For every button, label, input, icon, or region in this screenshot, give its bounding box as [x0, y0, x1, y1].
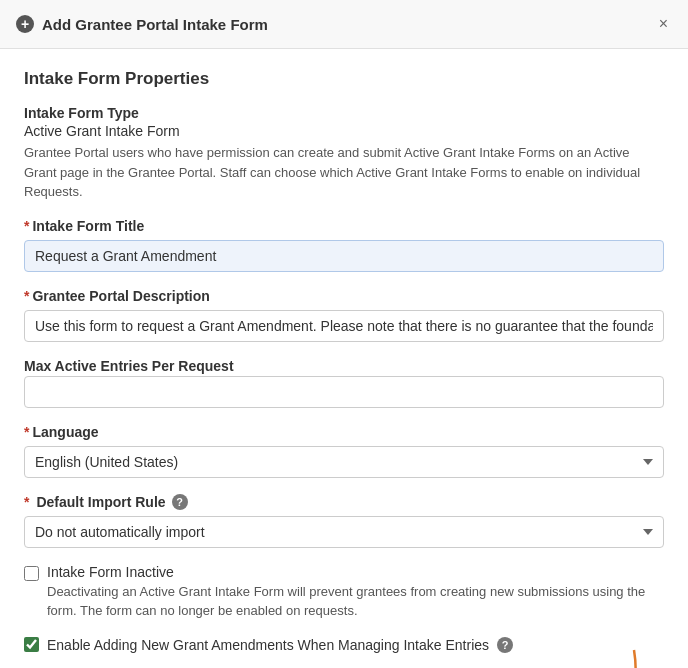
- required-star-import: *: [24, 494, 29, 510]
- required-star-title: *: [24, 218, 29, 234]
- max-active-entries-input[interactable]: [24, 376, 664, 408]
- required-star-language: *: [24, 424, 29, 440]
- language-label: * Language: [24, 424, 664, 440]
- intake-form-type-value: Active Grant Intake Form: [24, 123, 664, 139]
- modal-body: Intake Form Properties Intake Form Type …: [0, 49, 688, 668]
- enable-adding-help-icon[interactable]: ?: [497, 637, 513, 653]
- modal: + Add Grantee Portal Intake Form × Intak…: [0, 0, 688, 668]
- intake-form-inactive-checkbox[interactable]: [24, 566, 39, 581]
- intake-form-inactive-desc: Deactivating an Active Grant Intake Form…: [47, 582, 664, 621]
- enable-adding-checkbox[interactable]: [24, 637, 39, 652]
- grantee-portal-desc-input[interactable]: [24, 310, 664, 342]
- default-import-rule-select[interactable]: Do not automatically import Automaticall…: [24, 516, 664, 548]
- intake-form-title-input[interactable]: [24, 240, 664, 272]
- default-import-rule-label: * Default Import Rule ?: [24, 494, 664, 510]
- intake-form-type-desc: Grantee Portal users who have permission…: [24, 143, 664, 202]
- language-select[interactable]: English (United States) Spanish French: [24, 446, 664, 478]
- intake-form-title-group: * Intake Form Title: [24, 218, 664, 272]
- modal-title-text: Add Grantee Portal Intake Form: [42, 16, 268, 33]
- enable-adding-group: Enable Adding New Grant Amendments When …: [24, 637, 664, 653]
- enable-adding-label: Enable Adding New Grant Amendments When …: [47, 637, 489, 653]
- default-import-rule-group: * Default Import Rule ? Do not automatic…: [24, 494, 664, 548]
- close-x-button[interactable]: ×: [655, 12, 672, 36]
- modal-header: + Add Grantee Portal Intake Form ×: [0, 0, 688, 49]
- language-group: * Language English (United States) Spani…: [24, 424, 664, 478]
- intake-form-type-label: Intake Form Type: [24, 105, 664, 121]
- intake-form-inactive-group: Intake Form Inactive Deactivating an Act…: [24, 564, 664, 621]
- required-star-desc: *: [24, 288, 29, 304]
- max-active-entries-group: Max Active Entries Per Request: [24, 358, 664, 408]
- max-active-entries-label: Max Active Entries Per Request: [24, 358, 664, 374]
- default-import-help-icon[interactable]: ?: [172, 494, 188, 510]
- section-title: Intake Form Properties: [24, 69, 664, 89]
- modal-title: + Add Grantee Portal Intake Form: [16, 15, 268, 33]
- grantee-portal-desc-label: * Grantee Portal Description: [24, 288, 664, 304]
- grantee-portal-desc-group: * Grantee Portal Description: [24, 288, 664, 342]
- plus-icon: +: [16, 15, 34, 33]
- intake-form-title-label: * Intake Form Title: [24, 218, 664, 234]
- arrow-annotation: [604, 645, 654, 669]
- intake-form-type-group: Intake Form Type Active Grant Intake For…: [24, 105, 664, 202]
- intake-form-inactive-label: Intake Form Inactive: [47, 564, 664, 580]
